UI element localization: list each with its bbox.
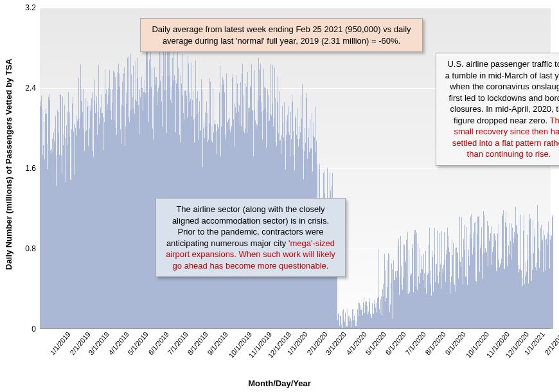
x-axis: 1/1/20192/1/20193/1/20194/1/20195/1/2019… — [40, 330, 551, 364]
y-axis-title: Daily Number (millions) of Passengers Ve… — [4, 58, 13, 270]
bar — [345, 313, 346, 329]
y-tick-label: 2.4 — [25, 84, 36, 93]
x-axis-line — [40, 328, 551, 329]
y-tick-label: 0 — [31, 325, 36, 334]
annotation-left: The airline sector (along with the close… — [155, 198, 346, 277]
bar — [553, 215, 553, 329]
annotation-right: U.S. airline passenger traffic took a tu… — [436, 53, 559, 166]
x-axis-title: Month/Day/Year — [0, 379, 559, 388]
plot-area: 00.81.62.43.2 Daily average from latest … — [40, 8, 551, 329]
y-tick-label: 0.8 — [25, 244, 36, 253]
bar — [342, 310, 342, 329]
gridline — [40, 329, 551, 330]
y-tick-label: 1.6 — [25, 164, 36, 173]
annotation-right-text-plain: U.S. airline passenger traffic took a tu… — [445, 59, 559, 125]
annotation-top: Daily average from latest week ending Fe… — [140, 18, 423, 52]
y-tick-label: 3.2 — [25, 3, 36, 12]
annotation-top-text: Daily average from latest week ending Fe… — [152, 24, 411, 46]
